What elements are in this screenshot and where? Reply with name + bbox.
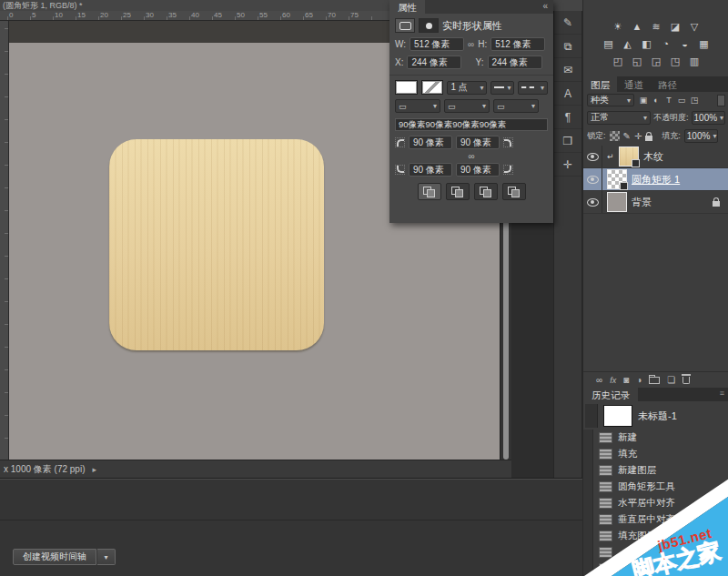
y-field[interactable]: 244 像素 [488,56,542,69]
lock-position-icon[interactable]: ✛ [634,131,642,141]
history-entry[interactable] [583,544,728,561]
opacity-field[interactable]: 100% ▾ [692,111,725,125]
history-source-slot[interactable] [583,429,593,446]
history-source-slot[interactable] [583,544,593,561]
layer-row-background[interactable]: 背景 [583,191,728,214]
adjustment-icon[interactable]: ≋ [649,20,664,33]
visibility-toggle[interactable] [583,168,602,190]
history-entry[interactable]: 新建图层 [583,462,728,479]
layer-row-rounded-rectangle[interactable]: 圆角矩形 1 [583,168,728,191]
lock-image-pixels-icon[interactable]: ✎ [623,131,631,141]
panel-icon[interactable]: ✉ [554,58,581,82]
panel-tab[interactable]: 图层 [583,76,617,92]
panel-tab[interactable]: 通道 [617,76,651,92]
path-op-combine-button[interactable] [418,183,441,200]
history-entry[interactable]: 水平居中对齐 [583,495,728,511]
history-source-slot[interactable] [583,561,593,576]
panel-menu-icon[interactable]: ≡ [715,388,728,401]
adjustment-icon[interactable]: ▽ [687,20,703,33]
adjustment-icon[interactable]: ◧ [639,37,654,50]
layer-style-icon[interactable]: fx [610,376,616,385]
history-brush-slot[interactable] [585,404,598,428]
panel-icon[interactable]: ¶ [554,106,581,129]
new-layer-icon[interactable]: ❏ [667,376,675,385]
stroke-color-swatch[interactable] [421,80,444,95]
adjustment-icon[interactable]: ◒ [677,37,693,50]
stroke-caps-select[interactable]: ▭ ▾ [444,99,490,113]
adjustment-icon[interactable]: ▲ [630,20,645,33]
adjustment-icon[interactable]: ▦ [696,37,712,50]
lock-all-icon[interactable] [645,136,652,141]
x-field[interactable]: 244 像素 [407,56,461,69]
history-snapshot-row[interactable]: 未标题-1 [583,403,728,429]
filter-toggle-icon[interactable] [717,95,725,106]
radius-summary-field[interactable]: 90像素90像素90像素90像素 [395,118,548,131]
stroke-align-select[interactable]: ▭ ▾ [395,99,440,113]
bottom-right-radius-field[interactable]: 90 像素 [456,163,500,177]
top-right-radius-field[interactable]: 90 像素 [456,136,500,149]
adjustment-icon[interactable]: ◰ [611,55,626,67]
layer-filter-icon[interactable]: T [662,95,675,106]
bottom-left-radius-field[interactable]: 90 像素 [409,163,452,177]
timeline-dropdown-button[interactable]: ▾ [97,549,116,565]
adjustment-layer-icon[interactable]: ◑ [636,376,642,385]
blend-mode-select[interactable]: 正常 ▾ [587,111,651,125]
adjustment-icon[interactable]: ◭ [620,37,635,50]
create-video-timeline-button[interactable]: 创建视频时间轴 [13,549,96,565]
vertical-ruler[interactable] [0,21,9,460]
history-entry[interactable] [583,561,728,576]
history-entry[interactable]: 垂直居中对齐 [583,511,728,528]
path-op-intersect-button[interactable] [474,183,498,200]
history-source-slot[interactable] [583,446,593,462]
adjustment-icon[interactable]: ◳ [668,55,683,67]
height-field[interactable]: 512 像素 [490,37,545,51]
history-source-slot[interactable] [583,479,593,495]
history-entry[interactable]: 填充图层 [583,528,728,544]
link-layers-icon[interactable]: ∞ [596,376,602,385]
layer-filter-icon[interactable]: ◐ [650,95,662,106]
history-source-slot[interactable] [583,462,593,479]
stroke-type-select[interactable]: ▾ [490,81,514,95]
adjustment-icon[interactable]: ◱ [630,55,645,67]
panel-icon[interactable]: ✎ [554,11,581,35]
snapshot-name[interactable]: 未标题-1 [638,409,677,423]
layer-filter-icon[interactable]: ▭ [675,95,688,106]
history-entry[interactable]: 填充 [583,446,728,462]
stroke-corners-select[interactable]: ▭ ▾ [493,99,539,113]
adjustment-icon[interactable]: ◪ [668,20,683,33]
panel-tab[interactable]: 路径 [651,76,684,92]
path-op-exclude-button[interactable] [502,183,526,200]
delete-layer-icon[interactable] [682,377,690,384]
layer-thumbnail[interactable] [619,147,639,167]
mask-properties-icon[interactable] [419,18,439,33]
new-group-icon[interactable] [649,377,660,384]
fill-field[interactable]: 100% ▾ [684,129,718,143]
layer-name[interactable]: 木纹 [643,150,663,164]
adjustment-icon[interactable]: ◔ [658,37,673,50]
fill-color-swatch[interactable] [395,80,418,95]
history-entry[interactable]: 新建 [583,429,728,446]
scrollbar-thumb[interactable] [503,207,509,460]
stroke-width-field[interactable]: 1 点 ▾ [447,81,487,95]
panel-icon[interactable]: ✛ [554,153,581,177]
layer-name[interactable]: 圆角矩形 1 [632,173,680,187]
dash-options-select[interactable]: ▾ [518,81,548,95]
history-source-slot[interactable] [583,528,593,544]
adjustment-icon[interactable]: ▥ [687,55,703,67]
lock-transparent-pixels-icon[interactable] [610,131,620,141]
layer-thumbnail[interactable] [607,192,627,212]
layer-row-wood[interactable]: ↵ 木纹 [583,146,728,168]
link-radius-icon[interactable]: ∞ [389,151,553,161]
history-entry[interactable]: 圆角矩形工具 [583,479,728,495]
history-source-slot[interactable] [583,511,593,528]
adjustment-icon[interactable]: ▤ [601,37,616,50]
top-left-radius-field[interactable]: 90 像素 [409,136,452,149]
status-arrow-icon[interactable]: ▸ [93,465,97,474]
link-wh-icon[interactable]: ∞ [468,39,474,49]
layer-filter-icon[interactable]: ▣ [637,95,650,106]
panel-icon[interactable]: ❒ [554,129,581,153]
shape-properties-icon[interactable] [395,18,415,33]
add-mask-icon[interactable]: ◙ [623,376,629,385]
layer-thumbnail[interactable] [607,169,627,189]
tab-properties[interactable]: 属性 [389,0,425,14]
